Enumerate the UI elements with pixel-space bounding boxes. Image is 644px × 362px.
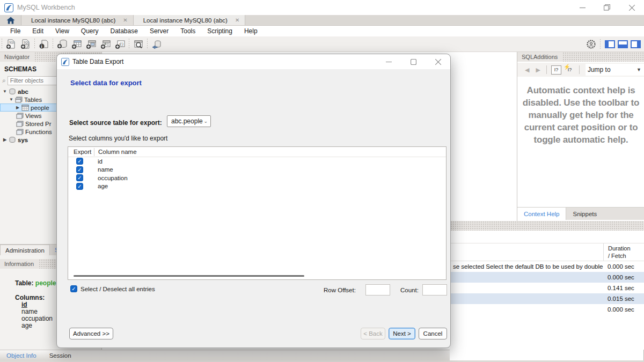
- column-name: name: [98, 166, 113, 173]
- table-icon: [21, 105, 29, 111]
- source-table-label: Select source table for export:: [69, 119, 162, 127]
- menu-tools[interactable]: Tools: [174, 27, 201, 35]
- toggle-bottom-panel-icon[interactable]: [618, 40, 628, 48]
- search-table-data-icon[interactable]: [131, 37, 145, 51]
- menu-database[interactable]: Database: [105, 27, 144, 35]
- dialog-controls: [376, 54, 450, 69]
- connection-tab-2[interactable]: Local instance MySQL80 (abc) ✕: [134, 15, 246, 25]
- menu-query[interactable]: Query: [75, 27, 105, 35]
- source-table-select[interactable]: abc.people ⌄: [167, 115, 211, 127]
- information-title: Information: [0, 259, 38, 269]
- create-view-icon[interactable]: [84, 37, 98, 51]
- new-sql-tab-icon[interactable]: SQL: [4, 37, 18, 51]
- export-checkbox[interactable]: ✓: [76, 174, 83, 181]
- dialog-minimize-button[interactable]: [376, 54, 401, 69]
- history-forward-icon[interactable]: ▶: [532, 67, 543, 73]
- create-table-icon[interactable]: [69, 37, 84, 51]
- dialog-close-button[interactable]: [426, 54, 450, 69]
- output-duration: 0.141 sec: [603, 285, 644, 291]
- tree-label: sys: [18, 137, 28, 143]
- export-column-row[interactable]: ✓ occupation: [68, 174, 446, 182]
- svg-text:SQL: SQL: [24, 41, 29, 44]
- tab-snippets[interactable]: Snippets: [566, 208, 603, 220]
- chevron-down-icon: ⌄: [203, 119, 208, 124]
- dialog-maximize-button[interactable]: [401, 54, 426, 69]
- export-column-row[interactable]: ✓ name: [68, 166, 446, 174]
- tables-folder-icon: [15, 97, 23, 103]
- menu-scripting[interactable]: Scripting: [201, 27, 238, 35]
- count-input[interactable]: [422, 284, 447, 295]
- open-sql-script-icon[interactable]: SQL: [18, 37, 33, 51]
- minimize-button[interactable]: [570, 0, 595, 15]
- advanced-button[interactable]: Advanced >>: [69, 328, 113, 339]
- tab-administration[interactable]: Administration: [0, 245, 50, 255]
- back-button[interactable]: < Back: [361, 328, 385, 339]
- sql-additions-panel: SQLAdditions ◀ ▶ I? ⚡I? Jump to ▼ Automa…: [517, 52, 644, 221]
- create-procedure-icon[interactable]: [98, 37, 113, 51]
- export-checkbox[interactable]: ✓: [76, 183, 83, 190]
- tab-label: Local instance MySQL80 (abc): [143, 17, 228, 24]
- mysql-workbench-logo-icon: [4, 3, 13, 12]
- tab-object-info[interactable]: Object Info: [0, 350, 43, 361]
- inspector-icon[interactable]: i: [36, 37, 51, 51]
- preferences-icon[interactable]: [587, 40, 596, 49]
- next-button[interactable]: Next >: [389, 328, 415, 339]
- export-checkbox[interactable]: ✓: [76, 166, 83, 173]
- duration-fetch-column-header: Duration / Fetch: [603, 243, 644, 261]
- output-duration: 0.000 sec: [603, 263, 644, 270]
- columns-caption: Select columns you'd like to export: [69, 135, 167, 142]
- toggle-right-panel-icon[interactable]: [631, 40, 641, 48]
- export-columns-header: Export Column name: [68, 147, 446, 157]
- toolbar-right-controls: [587, 36, 641, 52]
- table-value: people: [35, 279, 56, 287]
- menu-edit[interactable]: Edit: [26, 27, 49, 35]
- schema-icon: [9, 137, 16, 143]
- schema-icon: [9, 88, 16, 95]
- close-button[interactable]: [619, 0, 644, 15]
- dialog-title: Table Data Export: [72, 58, 123, 65]
- history-back-icon[interactable]: ◀: [522, 67, 532, 73]
- tab-context-help[interactable]: Context Help: [517, 208, 566, 220]
- tab-close-icon[interactable]: ✕: [235, 17, 239, 23]
- reconnect-dbms-icon[interactable]: [149, 37, 164, 51]
- menu-server[interactable]: Server: [144, 27, 174, 35]
- cancel-button[interactable]: Cancel: [419, 328, 447, 339]
- menu-file[interactable]: File: [4, 27, 26, 35]
- tree-label: people: [31, 105, 49, 111]
- export-column-row[interactable]: ✓ id: [68, 157, 446, 166]
- tree-label: Functions: [25, 129, 52, 135]
- expand-arrow-icon[interactable]: ▼: [2, 89, 8, 94]
- duration-header-line1: Duration: [608, 245, 644, 252]
- collapse-arrow-icon[interactable]: ▶: [15, 105, 20, 110]
- chevron-down-icon: ▼: [636, 67, 641, 72]
- connection-tab-1[interactable]: Local instance MySQL80 (abc) ✕: [21, 15, 134, 25]
- menu-view[interactable]: View: [49, 27, 75, 35]
- restore-button[interactable]: [595, 0, 619, 15]
- column-name: occupation: [98, 175, 128, 181]
- horizontal-scrollbar[interactable]: [74, 275, 304, 277]
- toggle-left-panel-icon[interactable]: [605, 40, 615, 48]
- toggle-automatic-help-icon[interactable]: ⚡I?: [565, 65, 575, 75]
- context-help-icon[interactable]: I?: [551, 65, 561, 75]
- output-duration: 0.000 sec: [603, 306, 644, 313]
- home-tab[interactable]: [0, 15, 21, 25]
- create-schema-icon[interactable]: [55, 37, 69, 51]
- menu-help[interactable]: Help: [238, 27, 264, 35]
- collapse-arrow-icon[interactable]: ▶: [2, 137, 8, 142]
- sql-additions-title: SQLAdditions: [517, 52, 562, 62]
- select-all-checkbox[interactable]: ✓: [70, 285, 77, 292]
- row-offset-input[interactable]: [365, 284, 390, 295]
- views-folder-icon: [16, 113, 24, 119]
- menu-bar: File Edit View Query Database Server Too…: [0, 26, 644, 36]
- export-column-row[interactable]: ✓ age: [68, 182, 446, 191]
- window-titlebar: MySQL Workbench: [0, 0, 644, 15]
- dialog-heading: Select data for export: [70, 79, 142, 87]
- create-function-icon[interactable]: f(): [113, 37, 127, 51]
- jump-to-dropdown[interactable]: Jump to ▼: [586, 64, 644, 76]
- export-checkbox[interactable]: ✓: [76, 158, 83, 165]
- connection-tabbar: Local instance MySQL80 (abc) ✕ Local ins…: [0, 15, 644, 26]
- expand-arrow-icon[interactable]: ▼: [9, 97, 14, 102]
- tab-close-icon[interactable]: ✕: [123, 17, 127, 23]
- tab-session[interactable]: Session: [43, 350, 78, 361]
- tree-label: Tables: [24, 97, 42, 103]
